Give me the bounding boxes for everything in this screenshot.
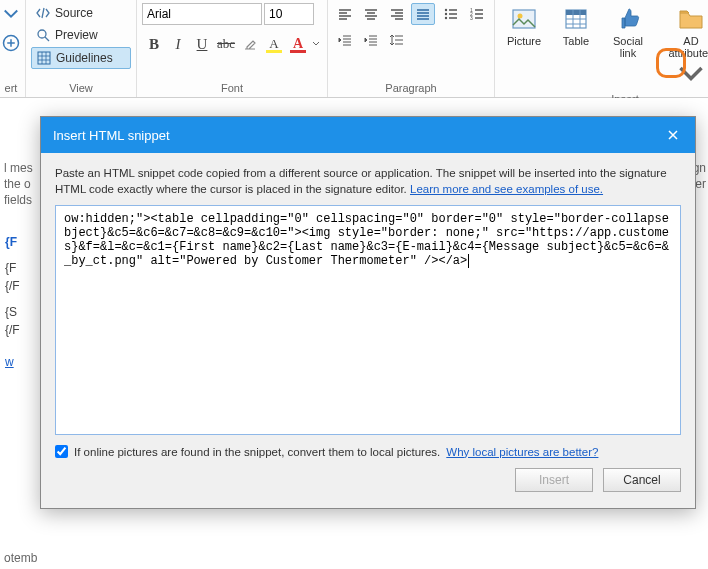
grid-icon (36, 50, 52, 66)
guidelines-label: Guidelines (56, 51, 113, 65)
group-label-partial: ert (2, 80, 20, 97)
outdent-button[interactable] (333, 29, 357, 51)
svg-point-5 (445, 17, 447, 19)
svg-rect-2 (38, 52, 50, 64)
source-label: Source (55, 6, 93, 20)
chevron-down-icon (312, 40, 320, 48)
italic-button[interactable]: I (166, 33, 190, 55)
search-icon (35, 27, 51, 43)
dialog-description: Paste an HTML snippet code copied from a… (55, 165, 681, 197)
ribbon-group-partial: ert (0, 0, 26, 97)
preview-label: Preview (55, 28, 98, 42)
align-right-button[interactable] (385, 3, 409, 25)
snippet-textarea[interactable]: ow:hidden;"><table cellpadding="0" cells… (55, 205, 681, 435)
placeholder-field: {S (5, 303, 20, 321)
clear-format-button[interactable] (238, 33, 262, 55)
editor-bg-text: fields (4, 192, 33, 208)
indent-button[interactable] (359, 29, 383, 51)
guidelines-button[interactable]: Guidelines (31, 47, 131, 69)
align-center-button[interactable] (359, 3, 383, 25)
svg-rect-9 (513, 10, 535, 28)
convert-pictures-label: If online pictures are found in the snip… (74, 446, 440, 458)
editor-bg-text: l mes (4, 160, 33, 176)
snippet-content: ow:hidden;"><table cellpadding="0" cells… (64, 212, 669, 268)
why-local-link[interactable]: Why local pictures are better? (446, 446, 598, 458)
picture-button[interactable]: Picture (500, 3, 548, 49)
strike-button[interactable]: abc (214, 33, 238, 55)
social-link-button[interactable]: Social link (604, 3, 652, 61)
thumbs-up-icon (614, 5, 642, 33)
placeholder-field: {F (5, 259, 20, 277)
align-left-button[interactable] (333, 3, 357, 25)
table-icon (562, 5, 590, 33)
chevron-down-icon (677, 61, 705, 89)
ad-attributes-button[interactable]: AD attributes (656, 3, 708, 91)
svg-point-4 (445, 13, 447, 15)
highlight-button[interactable]: A (262, 33, 286, 55)
font-color-dropdown[interactable] (310, 33, 322, 55)
group-label-font: Font (142, 80, 322, 97)
svg-point-3 (445, 9, 447, 11)
ribbon-group-view: Source Preview Guidelines View (26, 0, 137, 97)
text-caret (468, 254, 469, 268)
number-list-button[interactable]: 123 (465, 3, 489, 25)
dialog-close-button[interactable] (663, 125, 683, 145)
social-link-label: Social link (613, 35, 643, 59)
editor-link[interactable]: w (5, 355, 14, 369)
insert-partial-icon[interactable] (1, 33, 21, 53)
bold-button[interactable]: B (142, 33, 166, 55)
insert-snippet-dialog: Insert HTML snippet Paste an HTML snippe… (40, 116, 696, 509)
editor-bg-text: otemb (4, 551, 37, 565)
table-label: Table (563, 35, 589, 47)
group-label-view: View (31, 80, 131, 97)
font-color-button[interactable]: A (286, 33, 310, 55)
svg-text:3: 3 (470, 15, 473, 21)
ribbon-group-insert: Picture Table Social link AD attributes (495, 0, 708, 97)
insert-button[interactable]: Insert (515, 468, 593, 492)
underline-button[interactable]: U (190, 33, 214, 55)
cancel-button[interactable]: Cancel (603, 468, 681, 492)
learn-more-link[interactable]: Learn more and see examples of use. (410, 183, 603, 195)
source-button[interactable]: Source (31, 3, 131, 23)
picture-icon (510, 5, 538, 33)
placeholder-field: {/F (5, 321, 20, 339)
eraser-icon (242, 36, 258, 52)
ad-attributes-label: AD attributes (662, 35, 708, 59)
folder-icon (677, 5, 705, 33)
svg-point-1 (38, 30, 46, 38)
dialog-title: Insert HTML snippet (53, 128, 170, 143)
code-icon (35, 5, 51, 21)
picture-label: Picture (507, 35, 541, 47)
ribbon-group-paragraph: 123 Paragraph (328, 0, 495, 97)
line-spacing-button[interactable] (385, 29, 409, 51)
convert-pictures-checkbox[interactable] (55, 445, 68, 458)
bullet-list-button[interactable] (439, 3, 463, 25)
font-size-select[interactable] (264, 3, 314, 25)
preview-button[interactable]: Preview (31, 25, 131, 45)
table-button[interactable]: Table (552, 3, 600, 49)
placeholder-field: {F (5, 233, 20, 251)
placeholder-field: {/F (5, 277, 20, 295)
chevron-down-icon[interactable] (1, 3, 21, 23)
ribbon-group-font: B I U abc A A Font (137, 0, 328, 97)
svg-point-10 (518, 14, 523, 19)
dialog-titlebar[interactable]: Insert HTML snippet (41, 117, 695, 153)
svg-rect-12 (566, 10, 586, 15)
editor-bg-text: the o (4, 176, 33, 192)
font-family-select[interactable] (142, 3, 262, 25)
ribbon: ert Source Preview Guidelines View (0, 0, 708, 98)
close-icon (667, 129, 679, 141)
align-justify-button[interactable] (411, 3, 435, 25)
group-label-paragraph: Paragraph (333, 80, 489, 97)
